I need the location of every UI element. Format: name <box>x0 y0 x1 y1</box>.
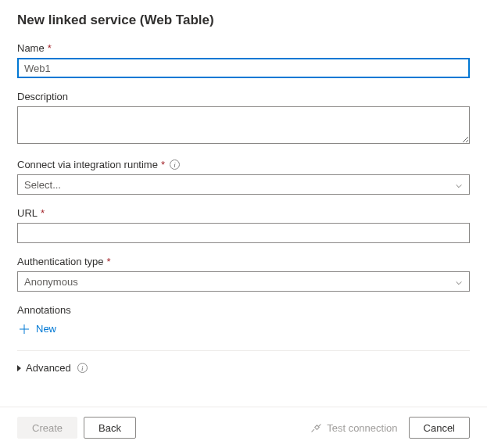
name-label: Name * <box>17 42 470 54</box>
add-annotation-button[interactable]: New <box>17 320 58 338</box>
plus-icon <box>19 324 30 335</box>
advanced-toggle[interactable]: Advanced i <box>17 359 88 377</box>
divider <box>17 350 470 351</box>
url-field-group: URL * <box>17 207 470 243</box>
runtime-field-group: Connect via integration runtime * i Sele… <box>17 159 470 195</box>
cancel-button[interactable]: Cancel <box>409 417 470 439</box>
description-field-group: Description <box>17 91 470 146</box>
required-indicator: * <box>48 42 52 54</box>
footer-bar: Create Back Test connection Cancel <box>0 407 487 448</box>
name-field-group: Name * <box>17 42 470 78</box>
name-input[interactable] <box>17 58 470 78</box>
runtime-select[interactable]: Select... <box>17 174 470 195</box>
url-input[interactable] <box>17 223 470 243</box>
description-input[interactable] <box>17 106 470 144</box>
required-indicator: * <box>161 159 165 170</box>
create-button: Create <box>17 417 77 439</box>
annotations-field-group: Annotations New <box>17 304 470 338</box>
info-icon[interactable]: i <box>170 159 180 170</box>
footer-left: Create Back <box>17 417 136 439</box>
authtype-label: Authentication type * <box>17 256 470 267</box>
description-label: Description <box>17 91 470 102</box>
annotations-label: Annotations <box>17 304 470 316</box>
chevron-down-icon <box>455 278 463 285</box>
triangle-right-icon <box>17 365 21 371</box>
authtype-field-group: Authentication type * Anonymous <box>17 256 470 292</box>
page-title: New linked service (Web Table) <box>17 13 470 28</box>
footer-right: Test connection Cancel <box>310 417 470 439</box>
required-indicator: * <box>41 207 45 219</box>
linked-service-panel: New linked service (Web Table) Name * De… <box>0 0 487 377</box>
runtime-label: Connect via integration runtime * i <box>17 159 470 170</box>
plug-icon <box>310 422 322 434</box>
chevron-down-icon <box>455 181 463 188</box>
authtype-select[interactable]: Anonymous <box>17 271 470 292</box>
info-icon[interactable]: i <box>77 363 88 373</box>
url-label: URL * <box>17 207 470 219</box>
required-indicator: * <box>107 256 111 267</box>
test-connection-button: Test connection <box>310 422 397 434</box>
back-button[interactable]: Back <box>84 417 136 439</box>
